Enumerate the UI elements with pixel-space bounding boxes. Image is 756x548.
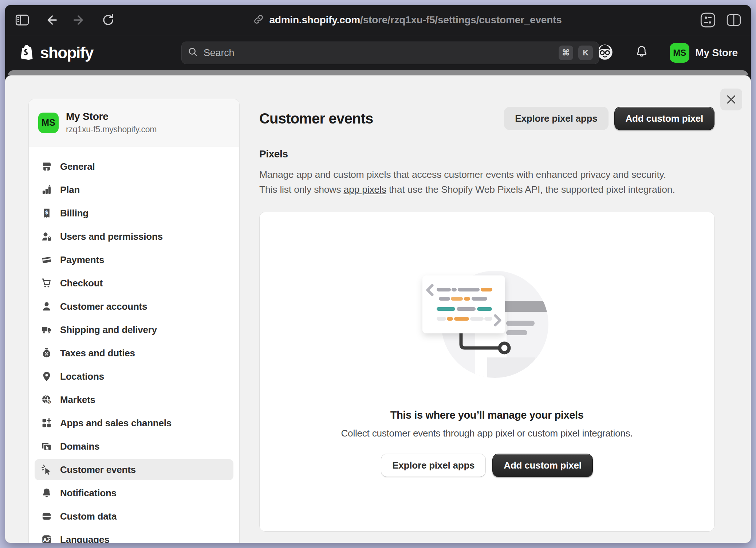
sidebar-item-label: Billing <box>60 208 88 219</box>
sidebar-item-label: General <box>60 161 95 172</box>
empty-state-heading: This is where you’ll manage your pixels <box>390 409 584 421</box>
svg-text:$: $ <box>48 400 51 404</box>
explore-pixel-apps-button[interactable]: Explore pixel apps <box>504 107 608 130</box>
sidebar-item-label: Locations <box>60 371 104 382</box>
settings-nav: GeneralPlan$BillingUsers and permissions… <box>29 146 239 543</box>
shopify-logo[interactable]: shopify <box>18 43 93 62</box>
notifications-bell-icon[interactable] <box>634 44 649 61</box>
store-icon <box>41 161 52 172</box>
sidebar-item-customer-events[interactable]: Customer events <box>35 459 233 480</box>
sidebar-item-label: Payments <box>60 254 104 266</box>
store-domain: rzq1xu-f5.myshopify.com <box>66 125 157 134</box>
person-icon <box>41 301 52 312</box>
account-name: My Store <box>695 47 738 59</box>
sidebar-item-taxes-and-duties[interactable]: Taxes and duties <box>35 342 233 364</box>
add-custom-pixel-button[interactable]: Add custom pixel <box>614 107 715 130</box>
sidebar-item-markets[interactable]: $Markets <box>35 389 233 410</box>
custom-data-icon <box>41 511 52 522</box>
sidebar-item-users-and-permissions[interactable]: Users and permissions <box>35 226 233 247</box>
sidebar-item-label: Custom data <box>60 511 117 522</box>
search-icon <box>188 47 198 59</box>
sidebar-item-label: Markets <box>60 394 95 406</box>
languages-icon: A <box>41 534 52 543</box>
sidebar-item-label: Notifications <box>60 488 117 499</box>
globe-icon: $ <box>41 394 52 405</box>
billing-icon: $ <box>41 208 52 219</box>
empty-explore-pixel-apps-button[interactable]: Explore pixel apps <box>381 454 486 477</box>
cmd-key-badge: ⌘ <box>559 46 573 60</box>
settings-modal: MS My Store rzq1xu-f5.myshopify.com Gene… <box>5 75 751 543</box>
users-icon <box>41 231 52 242</box>
sidebar-item-label: Apps and sales channels <box>60 418 172 429</box>
link-icon <box>253 14 264 26</box>
empty-state-subtext: Collect customer events through app pixe… <box>341 428 633 439</box>
background-page-band <box>8 70 748 75</box>
sidebar-item-shipping-and-delivery[interactable]: Shipping and delivery <box>35 319 233 340</box>
pixels-heading: Pixels <box>259 148 714 160</box>
settings-main: Customer events Explore pixel apps Add c… <box>240 75 751 543</box>
sidebar-item-label: Checkout <box>60 278 103 289</box>
url-host: admin.shopify.com <box>269 14 360 26</box>
address-bar[interactable]: admin.shopify.com/store/rzq1xu-f5/settin… <box>115 14 700 26</box>
empty-add-custom-pixel-button[interactable]: Add custom pixel <box>492 454 593 477</box>
sidebar-item-payments[interactable]: Payments <box>35 249 233 270</box>
sidebar-item-general[interactable]: General <box>35 156 233 177</box>
app-pixels-link[interactable]: app pixels <box>343 184 386 195</box>
app-header: shopify Search ⌘ K MS My Store <box>5 35 751 70</box>
location-pin-icon <box>41 371 52 382</box>
store-name: My Store <box>66 111 157 122</box>
sidebar-item-checkout[interactable]: Checkout <box>35 273 233 294</box>
sidebar-item-label: Plan <box>60 184 80 196</box>
settings-sidebar: MS My Store rzq1xu-f5.myshopify.com Gene… <box>5 75 240 543</box>
cursor-events-icon <box>41 464 52 475</box>
sidebar-item-custom-data[interactable]: Custom data <box>35 506 233 527</box>
sidebar-item-label: Users and permissions <box>60 231 163 242</box>
sidebar-item-languages[interactable]: ALanguages <box>35 529 233 543</box>
forward-arrow-icon[interactable] <box>72 13 87 27</box>
truck-icon <box>41 324 52 335</box>
browser-tune-icon[interactable] <box>700 12 716 28</box>
store-avatar: MS <box>38 113 59 133</box>
split-view-icon[interactable] <box>726 12 741 28</box>
shopify-bag-icon <box>18 43 37 62</box>
store-card: MS My Store rzq1xu-f5.myshopify.com Gene… <box>28 99 240 543</box>
sidebar-toggle-icon[interactable] <box>15 13 30 27</box>
close-button[interactable] <box>720 89 742 110</box>
close-icon <box>727 95 736 104</box>
back-arrow-icon[interactable] <box>44 13 58 27</box>
sidebar-item-label: Customer accounts <box>60 301 147 312</box>
bell-icon <box>41 488 52 498</box>
sidebar-item-apps-and-sales-channels[interactable]: Apps and sales channels <box>35 412 233 434</box>
store-header: MS My Store rzq1xu-f5.myshopify.com <box>29 99 239 146</box>
pixels-illustration <box>413 265 561 387</box>
page-title: Customer events <box>259 110 373 127</box>
browser-window: admin.shopify.com/store/rzq1xu-f5/settin… <box>5 5 751 543</box>
apps-grid-icon <box>41 418 52 428</box>
cart-icon <box>41 278 52 289</box>
sidebar-item-notifications[interactable]: Notifications <box>35 482 233 504</box>
sidebar-item-billing[interactable]: $Billing <box>35 203 233 224</box>
account-menu[interactable]: MS My Store <box>670 43 738 63</box>
plan-icon <box>41 184 52 195</box>
sidebar-item-label: Shipping and delivery <box>60 324 157 336</box>
sidebar-item-label: Domains <box>60 441 99 452</box>
payments-icon <box>41 254 52 265</box>
reload-icon[interactable] <box>101 13 115 27</box>
sidebar-item-label: Taxes and duties <box>60 348 135 359</box>
pixels-empty-state-card: This is where you’ll manage your pixels … <box>259 212 714 532</box>
svg-text:$: $ <box>45 210 48 215</box>
account-avatar: MS <box>670 43 689 63</box>
search-input[interactable]: Search ⌘ K <box>181 42 599 64</box>
sidebar-item-domains[interactable]: Domains <box>35 436 233 457</box>
sidebar-item-customer-accounts[interactable]: Customer accounts <box>35 296 233 317</box>
sidebar-item-label: Customer events <box>60 464 136 475</box>
k-key-badge: K <box>578 46 593 60</box>
sidebar-item-label: Languages <box>60 534 109 543</box>
search-placeholder: Search <box>204 47 554 59</box>
svg-text:A: A <box>43 537 47 543</box>
sidebar-item-locations[interactable]: Locations <box>35 366 233 387</box>
sidebar-item-plan[interactable]: Plan <box>35 179 233 200</box>
url-path: /store/rzq1xu-f5/settings/customer_event… <box>360 14 562 26</box>
taxes-icon <box>41 348 52 359</box>
domains-icon <box>41 441 52 452</box>
